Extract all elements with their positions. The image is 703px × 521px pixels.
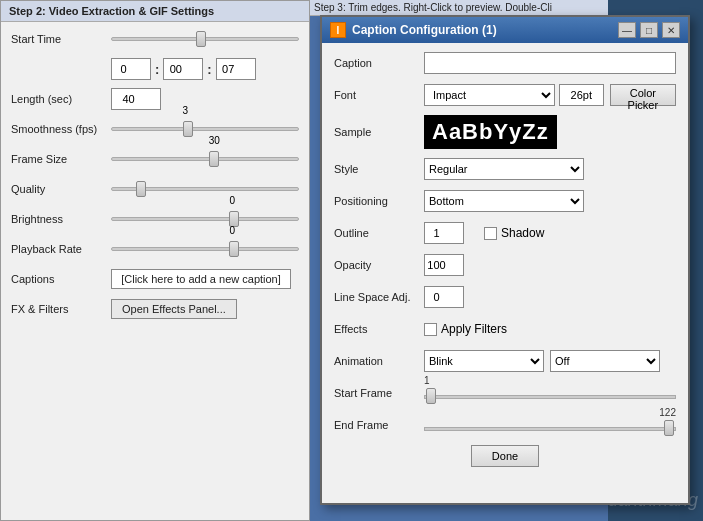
positioning-row: Positioning Bottom Top Center: [334, 189, 676, 213]
animation-label: Animation: [334, 355, 424, 367]
captions-row: Captions [Click here to add a new captio…: [11, 268, 299, 290]
fxfilters-label: FX & Filters: [11, 303, 111, 315]
length-input[interactable]: 40: [111, 88, 161, 110]
smoothness-slider: 3: [111, 119, 299, 139]
font-size-input[interactable]: [559, 84, 604, 106]
animation-row: Animation Blink None Fade In Fade Out Of…: [334, 349, 676, 373]
framesize-label: Frame Size: [11, 153, 111, 165]
start-time-row: Start Time: [11, 28, 299, 50]
smoothness-value: 3: [182, 105, 188, 116]
font-row: Font Impact Arial Times New Roman Verdan…: [334, 83, 676, 107]
linespace-input[interactable]: [424, 286, 464, 308]
startframe-label: Start Frame: [334, 387, 424, 399]
endframe-thumb[interactable]: [664, 420, 674, 436]
sample-label: Sample: [334, 126, 424, 138]
caption-field-label: Caption: [334, 57, 424, 69]
start-time-label: Start Time: [11, 33, 111, 45]
playbackrate-row: Playback Rate 0: [11, 238, 299, 260]
effects-label: Effects: [334, 323, 424, 335]
seconds-input[interactable]: 07: [216, 58, 256, 80]
endframe-row: End Frame 122: [334, 413, 676, 437]
length-label: Length (sec): [11, 93, 111, 105]
smoothness-row: Smoothness (fps) 3: [11, 118, 299, 140]
animation-off-dropdown[interactable]: Off On Loop: [550, 350, 660, 372]
playbackrate-value: 0: [229, 225, 235, 236]
playbackrate-thumb[interactable]: [229, 241, 239, 257]
captions-label: Captions: [11, 273, 111, 285]
smoothness-thumb[interactable]: [183, 121, 193, 137]
dialog-restore-button[interactable]: □: [640, 22, 658, 38]
time-inputs: 0 : 00 : 07: [111, 58, 256, 80]
style-dropdown[interactable]: Regular Bold Italic Bold Italic: [424, 158, 584, 180]
color-picker-button[interactable]: Color Picker: [610, 84, 676, 106]
startframe-thumb[interactable]: [426, 388, 436, 404]
open-effects-button[interactable]: Open Effects Panel...: [111, 299, 237, 319]
main-panel: Step 2: Video Extraction & GIF Settings …: [0, 0, 310, 521]
brightness-slider: 0: [111, 209, 299, 229]
apply-filters-checkbox[interactable]: [424, 323, 437, 336]
endframe-value: 122: [659, 407, 676, 418]
fxfilters-row: FX & Filters Open Effects Panel...: [11, 298, 299, 320]
apply-filters-label: Apply Filters: [441, 322, 507, 336]
positioning-label: Positioning: [334, 195, 424, 207]
shadow-checkbox[interactable]: [484, 227, 497, 240]
playbackrate-label: Playback Rate: [11, 243, 111, 255]
startframe-track: [424, 395, 676, 399]
step2-header: Step 2: Video Extraction & GIF Settings: [1, 1, 309, 22]
font-dropdown[interactable]: Impact Arial Times New Roman Verdana: [424, 84, 555, 106]
dialog-content: Caption Font Impact Arial Times New Roma…: [322, 43, 688, 475]
startframe-row: Start Frame 1: [334, 381, 676, 405]
endframe-slider-container: 122: [424, 419, 676, 431]
brightness-value: 0: [229, 195, 235, 206]
linespace-label: Line Space Adj.: [334, 291, 424, 303]
hours-input[interactable]: 0: [111, 58, 151, 80]
dialog-titlebar: I Caption Configuration (1) — □ ✕: [322, 17, 688, 43]
done-button[interactable]: Done: [471, 445, 539, 467]
caption-input-row: Caption: [334, 51, 676, 75]
minutes-input[interactable]: 00: [163, 58, 203, 80]
font-label: Font: [334, 89, 424, 101]
playbackrate-slider: 0: [111, 239, 299, 259]
shadow-container: Shadow: [484, 226, 544, 240]
animation-dropdown[interactable]: Blink None Fade In Fade Out: [424, 350, 544, 372]
dialog-icon: I: [330, 22, 346, 38]
dialog-minimize-button[interactable]: —: [618, 22, 636, 38]
step3-header: Step 3: Trim edges. Right-Click to previ…: [310, 0, 620, 16]
dialog-close-button[interactable]: ✕: [662, 22, 680, 38]
start-time-thumb[interactable]: [196, 31, 206, 47]
endframe-track: [424, 427, 676, 431]
sample-text: AaBbYyZz: [424, 115, 557, 149]
linespace-row: Line Space Adj.: [334, 285, 676, 309]
smoothness-label: Smoothness (fps): [11, 123, 111, 135]
outline-input[interactable]: [424, 222, 464, 244]
opacity-input[interactable]: [424, 254, 464, 276]
dialog-title: Caption Configuration (1): [352, 23, 497, 37]
brightness-row: Brightness 0: [11, 208, 299, 230]
caption-dialog: I Caption Configuration (1) — □ ✕ Captio…: [320, 15, 690, 505]
effects-row: Effects Apply Filters: [334, 317, 676, 341]
startframe-slider-container: 1: [424, 387, 676, 399]
quality-thumb[interactable]: [136, 181, 146, 197]
dialog-window-controls: — □ ✕: [618, 22, 680, 38]
framesize-row: Frame Size 30: [11, 148, 299, 170]
quality-label: Quality: [11, 183, 111, 195]
outline-shadow-row: Outline Shadow: [334, 221, 676, 245]
quality-slider: [111, 179, 299, 199]
framesize-slider: 30: [111, 149, 299, 169]
start-time-inputs-row: 0 : 00 : 07: [11, 58, 299, 80]
positioning-dropdown[interactable]: Bottom Top Center: [424, 190, 584, 212]
start-time-slider: [111, 29, 299, 49]
add-caption-button[interactable]: [Click here to add a new caption]: [111, 269, 291, 289]
shadow-label: Shadow: [501, 226, 544, 240]
endframe-label: End Frame: [334, 419, 424, 431]
sample-row: Sample AaBbYyZz: [334, 115, 676, 149]
outline-label: Outline: [334, 227, 424, 239]
framesize-thumb[interactable]: [209, 151, 219, 167]
startframe-value: 1: [424, 375, 430, 386]
caption-text-input[interactable]: [424, 52, 676, 74]
style-row: Style Regular Bold Italic Bold Italic: [334, 157, 676, 181]
framesize-value: 30: [209, 135, 220, 146]
brightness-label: Brightness: [11, 213, 111, 225]
length-row: Length (sec) 40: [11, 88, 299, 110]
opacity-label: Opacity: [334, 259, 424, 271]
